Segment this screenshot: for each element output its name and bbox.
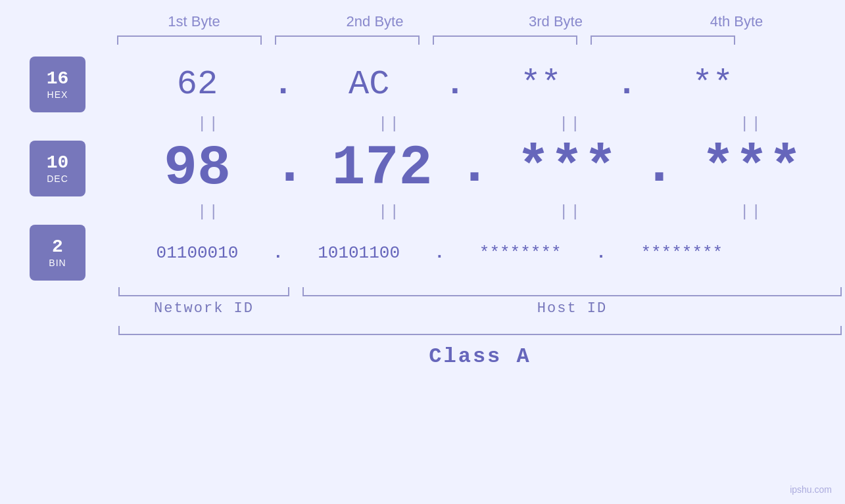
- main-container: 1st Byte 2nd Byte 3rd Byte 4th Byte 16 H…: [0, 0, 845, 504]
- hex-byte-1: 62: [125, 65, 270, 104]
- bin-byte-2: 10101100: [287, 243, 431, 263]
- class-label: Class A: [429, 344, 531, 369]
- dec-badge: 10 DEC: [30, 141, 85, 196]
- dec-row: 10 DEC 98 . 172 . *** . ***: [0, 137, 845, 200]
- bracket-host: [302, 287, 842, 296]
- network-id-label: Network ID: [118, 300, 289, 317]
- dec-byte-3: ***: [495, 137, 639, 200]
- hex-dot-2: .: [445, 65, 465, 104]
- hex-byte-3: **: [468, 65, 613, 104]
- dec-badge-number: 10: [47, 153, 69, 173]
- eq-1-b1: ||: [137, 115, 281, 133]
- bottom-brackets: [118, 287, 842, 296]
- bin-dot-2: .: [435, 243, 445, 263]
- hex-badge-label: HEX: [47, 89, 68, 100]
- byte-header-2: 2nd Byte: [302, 13, 447, 30]
- hex-byte-2: AC: [297, 65, 441, 104]
- outer-bracket-row: [118, 326, 842, 335]
- dec-dot-3: .: [642, 138, 676, 199]
- dec-byte-4: ***: [679, 137, 824, 200]
- byte-headers: 1st Byte 2nd Byte 3rd Byte 4th Byte: [104, 13, 827, 30]
- hex-values: 62 . AC . ** . **: [85, 65, 845, 104]
- id-labels-row: Network ID Host ID: [118, 300, 842, 317]
- eq-1-b2: ||: [318, 115, 462, 133]
- dec-byte-1: 98: [125, 137, 270, 200]
- watermark: ipshu.com: [790, 484, 832, 495]
- hex-dot-3: .: [616, 65, 637, 104]
- eq-2-b2: ||: [318, 203, 462, 221]
- eq-2-b1: ||: [137, 203, 281, 221]
- host-id-label: Host ID: [302, 300, 842, 317]
- bracket-2: [275, 35, 420, 45]
- bin-dot-1: .: [273, 243, 283, 263]
- bracket-network: [118, 287, 289, 296]
- bin-row: 2 BIN 01100010 . 10101100 . ******** . *…: [0, 225, 845, 281]
- bracket-1: [117, 35, 262, 45]
- outer-bracket: [118, 326, 842, 335]
- dec-badge-label: DEC: [47, 173, 68, 184]
- dec-dot-2: .: [458, 138, 491, 199]
- bin-dot-3: .: [596, 243, 606, 263]
- hex-row: 16 HEX 62 . AC . ** . **: [0, 57, 845, 112]
- equals-row-2: || || || ||: [118, 203, 842, 221]
- hex-badge: 16 HEX: [30, 57, 85, 112]
- bin-byte-4: ********: [610, 243, 754, 263]
- bin-badge-label: BIN: [49, 258, 66, 268]
- equals-row-1: || || || ||: [118, 115, 842, 133]
- bin-badge-number: 2: [52, 237, 63, 258]
- bracket-3: [433, 35, 577, 45]
- hex-byte-4: **: [640, 65, 785, 104]
- byte-header-3: 3rd Byte: [483, 13, 628, 30]
- bracket-4: [591, 35, 735, 45]
- eq-1-b3: ||: [498, 115, 643, 133]
- eq-1-b4: ||: [679, 115, 824, 133]
- eq-2-b3: ||: [498, 203, 643, 221]
- bin-values: 01100010 . 10101100 . ******** . *******…: [85, 243, 845, 263]
- dec-dot-1: .: [273, 138, 306, 199]
- class-label-row: Class A: [118, 344, 842, 369]
- dec-byte-2: 172: [310, 137, 454, 200]
- hex-badge-number: 16: [47, 69, 69, 89]
- eq-2-b4: ||: [679, 203, 824, 221]
- bin-badge: 2 BIN: [30, 225, 85, 281]
- hex-dot-1: .: [273, 65, 293, 104]
- bin-byte-3: ********: [448, 243, 592, 263]
- bin-byte-1: 01100010: [125, 243, 270, 263]
- byte-header-4: 4th Byte: [664, 13, 809, 30]
- byte-header-1: 1st Byte: [122, 13, 266, 30]
- top-bracket-row: [104, 35, 827, 45]
- dec-values: 98 . 172 . *** . ***: [85, 137, 845, 200]
